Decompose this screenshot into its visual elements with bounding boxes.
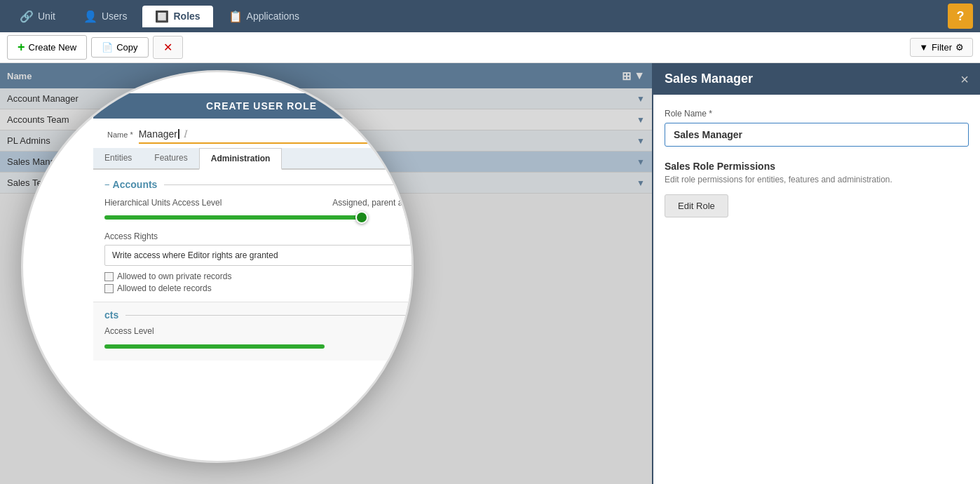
role-name-label: Role Name *	[665, 109, 969, 119]
slider-thumb[interactable]	[355, 211, 368, 224]
copy-icon: 📄	[102, 42, 113, 53]
slider-track	[104, 215, 362, 220]
tab-administration[interactable]: Administration	[199, 148, 283, 170]
copy-button[interactable]: 📄 Copy	[91, 37, 148, 58]
create-new-button[interactable]: + Create New	[7, 35, 87, 60]
checkbox-label-2: Allowed to delete records	[117, 283, 212, 293]
filter-button[interactable]: ▼ Filter ⚙	[910, 38, 973, 57]
modal-name-input[interactable]: Manager 𝐼	[139, 126, 414, 144]
modal-title: CREATE USER ROLE	[206, 100, 317, 112]
modal-entity-body: − Accounts Hierarchical Units Access Lev…	[93, 170, 414, 302]
tab-roles[interactable]: 🔲 Roles	[142, 6, 212, 27]
section2-slider[interactable]	[104, 340, 414, 354]
checkbox-private-records[interactable]	[104, 272, 114, 281]
access-rights-label: Access Rights	[104, 231, 414, 241]
chevron-down-icon[interactable]: ▼	[634, 69, 645, 82]
tab-applications[interactable]: 📋 Applications	[216, 6, 313, 27]
modal-section-2: cts Access Level	[93, 302, 414, 361]
right-panel: Sales Manager × Role Name * Sales Role P…	[652, 63, 980, 484]
copy-label: Copy	[116, 42, 137, 53]
permissions-section-desc: Edit role permissions for entities, feat…	[665, 175, 969, 184]
tab-applications-label: Applications	[247, 11, 300, 22]
modal-header: CREATE USER ROLE	[93, 93, 414, 119]
unit-icon: 🔗	[20, 10, 34, 23]
edit-role-button[interactable]: Edit Role	[665, 194, 728, 217]
users-icon: 👤	[83, 10, 97, 23]
checkbox-row-2: Allowed to delete records	[104, 283, 414, 293]
create-new-label: Create New	[29, 42, 77, 53]
applications-icon: 📋	[229, 10, 243, 23]
table-area: Name ⊞ ▼ Account Manager ▼ Accounts Team…	[0, 63, 652, 484]
create-role-modal: CREATE USER ROLE Name * Manager 𝐼	[93, 93, 414, 361]
hierarchy-label: Hierarchical Units Access Level	[104, 198, 222, 208]
modal-name-section: Name * Manager 𝐼	[93, 119, 414, 148]
tab-entities[interactable]: Entities	[93, 148, 143, 168]
text-cursor	[178, 129, 179, 139]
toolbar: + Create New 📄 Copy ✕ ▼ Filter ⚙	[0, 32, 980, 63]
plus-icon: +	[18, 40, 25, 55]
tab-users[interactable]: 👤 Users	[71, 6, 140, 27]
circle-magnify: CREATE USER ROLE Name * Manager 𝐼	[21, 70, 414, 463]
access-level-header: Hierarchical Units Access Level Assigned…	[104, 198, 414, 208]
cursor-pointer-icon: 𝐼	[184, 128, 187, 140]
access-rights-value: Write access where Editor rights are gra…	[104, 245, 414, 266]
accounts-section-title: Accounts	[113, 179, 158, 190]
section2-divider	[125, 315, 414, 316]
section2-access-label: Access Level	[104, 326, 414, 336]
table-header-actions: ⊞ ▼	[622, 69, 645, 83]
row-expand-icon: ▼	[637, 94, 645, 104]
help-icon: ?	[957, 9, 965, 24]
top-navigation: 🔗 Unit 👤 Users 🔲 Roles 📋 Applications ?	[0, 0, 980, 32]
hierarchy-value: Assigned, parent and s	[332, 198, 414, 208]
section2-header: cts	[104, 309, 414, 321]
filter-label: Filter	[932, 42, 952, 53]
table-header: Name ⊞ ▼	[0, 63, 652, 88]
filter-settings-icon: ⚙	[955, 42, 964, 53]
grid-view-icon[interactable]: ⊞	[622, 69, 631, 83]
tab-users-label: Users	[102, 11, 128, 22]
row-expand-icon: ▼	[637, 178, 645, 188]
toolbar-right: ▼ Filter ⚙	[910, 38, 973, 57]
checkbox-row-1: Allowed to own private records	[104, 271, 414, 281]
permissions-section-title: Sales Role Permissions	[665, 161, 969, 172]
main-content: Name ⊞ ▼ Account Manager ▼ Accounts Team…	[0, 63, 980, 484]
hierarchy-slider[interactable]	[104, 210, 414, 224]
tab-roles-label: Roles	[173, 11, 200, 22]
modal-name-label: Name *	[107, 130, 133, 139]
help-button[interactable]: ?	[948, 4, 973, 29]
tab-unit-label: Unit	[38, 11, 55, 22]
right-panel-header: Sales Manager ×	[653, 63, 980, 95]
close-panel-button[interactable]: ×	[960, 72, 969, 86]
accounts-section-header: − Accounts	[104, 178, 414, 191]
section2-title: cts	[104, 309, 118, 321]
checkbox-delete-records[interactable]	[104, 284, 114, 293]
filter-icon: ▼	[919, 42, 928, 53]
modal-field-row: Name * Manager 𝐼	[107, 126, 414, 144]
roles-icon: 🔲	[155, 10, 169, 23]
role-name-input[interactable]	[665, 123, 969, 147]
row-expand-icon: ▼	[637, 115, 645, 125]
delete-icon: ✕	[163, 41, 172, 54]
modal-tabs: Entities Features Administration	[93, 148, 414, 170]
section-divider	[164, 184, 400, 185]
right-panel-body: Role Name * Sales Role Permissions Edit …	[653, 95, 980, 231]
tab-features[interactable]: Features	[143, 148, 198, 168]
delete-button[interactable]: ✕	[153, 36, 183, 59]
row-expand-icon: ▼	[637, 136, 645, 146]
right-panel-title: Sales Manager	[665, 72, 960, 86]
section2-slider-track	[104, 344, 325, 349]
accounts-collapse-icon[interactable]: −	[104, 180, 110, 190]
tab-unit[interactable]: 🔗 Unit	[7, 6, 68, 27]
checkbox-label-1: Allowed to own private records	[117, 271, 231, 281]
row-expand-icon: ▼	[637, 157, 645, 167]
name-column-header: Name	[7, 71, 622, 81]
